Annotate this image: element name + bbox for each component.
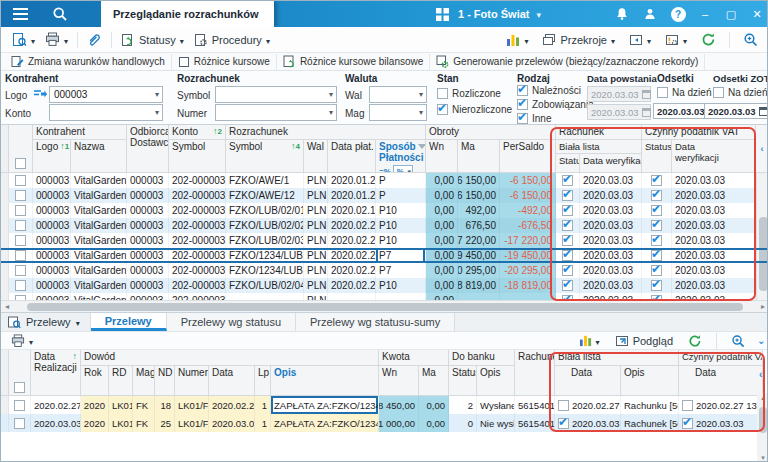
settlement-row[interactable]: 000003 VitalGarden 000003 202-000003 FZK… — [1, 173, 768, 188]
settlement-row[interactable]: 000003 VitalGarden 000003 202-000003 FZK… — [1, 278, 768, 293]
cell-sposob-platnosci[interactable]: P10 — [376, 278, 426, 293]
column-header-wn[interactable]: Wn — [379, 366, 419, 396]
vertical-scrollbar[interactable] — [756, 173, 768, 300]
settlement-row[interactable]: 000003 VitalGarden 000003 202-000003 FZK… — [1, 233, 768, 248]
bl-status-checkbox[interactable] — [562, 220, 573, 231]
column-header-bl-opis[interactable]: Opis — [621, 366, 679, 396]
cell-bl-opis[interactable]: Rachunku [561 — [621, 396, 679, 414]
column-header-vat-data[interactable]: Data — [679, 366, 763, 396]
cell-bl-data[interactable]: 2020.03.03 — [580, 293, 642, 300]
wal-combo[interactable] — [369, 86, 427, 103]
cell-wal[interactable]: PLN — [304, 278, 328, 293]
cell-vat-data[interactable]: 2020.03.03 — [672, 173, 756, 188]
row-checkbox[interactable] — [15, 205, 26, 216]
nierozliczone-checkbox[interactable]: Nierozliczone — [437, 104, 512, 115]
cell-rozrachunek-symbol[interactable]: FZKO/AWE/12 — [226, 188, 304, 203]
cell-wal[interactable]: PLN — [304, 293, 328, 300]
panel-left-button[interactable] — [624, 31, 656, 49]
tab-przelewy-wg-statusu[interactable]: Przelewy wg statusu — [167, 313, 296, 331]
cell-rachunek[interactable]: 56154011 — [515, 414, 555, 432]
scroll-up-arrow[interactable]: ▴ — [757, 394, 768, 402]
collapse-chevron-icon[interactable]: ‹ — [761, 144, 764, 154]
cell-mag[interactable]: FK — [133, 396, 155, 414]
cell-wn[interactable]: 18 450,00 — [379, 396, 419, 414]
cell-konto-symbol[interactable]: 202-000003 — [169, 248, 226, 263]
settlement-row[interactable]: 000003 VitalGarden 000003 202-000003 FZK… — [1, 188, 768, 203]
cell-data-plat[interactable]: 2020.02.17 — [328, 203, 376, 218]
help-icon[interactable] — [665, 1, 691, 27]
cell-vat-data[interactable]: 2020.03.03 — [672, 263, 756, 278]
cell-data-plat[interactable] — [328, 293, 376, 300]
cell-wal[interactable]: PLN — [304, 263, 328, 278]
cell-wal[interactable]: PLN — [304, 203, 328, 218]
cell-wn[interactable]: 0,00 — [426, 218, 458, 233]
cell-data[interactable]: 2020.02.27 — [209, 396, 255, 414]
cell-ma[interactable]: 17 220,00 — [458, 233, 500, 248]
menu-icon[interactable] — [7, 1, 33, 27]
inne-checkbox[interactable]: Inne — [517, 113, 551, 124]
preview-button[interactable] — [7, 30, 40, 49]
cell-data-realizacji[interactable]: 2020.02.27 — [31, 396, 81, 414]
cell-logo[interactable]: 000003 — [33, 248, 71, 263]
cell-data-plat[interactable]: 2020.02.29 — [328, 278, 376, 293]
cell-numer[interactable]: LK01/F — [175, 396, 209, 414]
cell-bl-data[interactable]: 2020.03.03 — [580, 248, 642, 263]
cell-konto-symbol[interactable]: 202-000003 — [169, 188, 226, 203]
cell-sposob-platnosci[interactable]: P7 — [376, 263, 426, 278]
cell-bl-data[interactable]: 2020.02.27 — [555, 396, 621, 414]
select-all-checkbox[interactable] — [14, 382, 25, 393]
cell-ma[interactable]: 20 295,00 — [458, 263, 500, 278]
cell-nazwa[interactable]: VitalGarden — [71, 218, 127, 233]
attachment-button[interactable] — [82, 30, 107, 49]
zotp-na-dzien-checkbox[interactable]: Na dzień — [713, 87, 767, 98]
cell-odbiorca-dostawca[interactable]: 000003 — [127, 263, 169, 278]
row-checkbox[interactable] — [15, 265, 26, 276]
cell-rd[interactable]: LK01 — [109, 414, 133, 432]
settlement-row[interactable]: 000003 VitalGarden 000003 202-000003 FZK… — [1, 248, 768, 263]
cell-ma[interactable]: 6 150,00 — [458, 188, 500, 203]
row-checkbox[interactable] — [14, 400, 25, 411]
statuses-button[interactable]: Statusy — [116, 31, 189, 49]
cell-bl-status[interactable] — [556, 248, 580, 263]
vat-status-checkbox[interactable] — [651, 235, 662, 246]
cell-wal[interactable]: PLN — [304, 248, 328, 263]
sort-icon[interactable]: 2 — [213, 126, 222, 136]
cell-vat-data[interactable]: 2020.03.03 — [672, 203, 756, 218]
cell-data-plat[interactable]: 2020.02.24 — [328, 233, 376, 248]
cell-sposob-platnosci[interactable]: P10 — [376, 218, 426, 233]
search-icon[interactable] — [47, 1, 73, 27]
bl-checkbox[interactable] — [558, 418, 569, 429]
cell-wn[interactable]: 0,00 — [426, 248, 458, 263]
column-header-lp[interactable]: Lp — [255, 366, 271, 396]
symbol-combo[interactable] — [215, 86, 337, 103]
filter-funnel-icon[interactable] — [418, 144, 426, 149]
cell-bl-status[interactable] — [556, 188, 580, 203]
vat-checkbox[interactable] — [682, 400, 693, 411]
cell-konto-symbol[interactable]: 202-000003 — [169, 278, 226, 293]
cell-mag[interactable]: FK — [133, 414, 155, 432]
select-all-cell[interactable] — [9, 125, 33, 173]
row-select-cell[interactable] — [9, 173, 33, 188]
row-select-cell[interactable] — [9, 188, 33, 203]
cell-data-plat[interactable]: 2020.01.23 — [328, 173, 376, 188]
bl-status-checkbox[interactable] — [562, 205, 573, 216]
cell-vat-data[interactable]: 2020.03.03 — [672, 188, 756, 203]
cell-opis[interactable]: ZAPŁATA ZA:FZKO/1234/LUB/1 — [271, 414, 379, 432]
scrollbar-thumb[interactable] — [759, 407, 767, 433]
mag-combo[interactable] — [369, 104, 427, 121]
row-checkbox[interactable] — [15, 175, 26, 186]
cell-rok[interactable]: 2020 — [81, 396, 109, 414]
column-header-rd[interactable]: RD — [109, 366, 133, 396]
column-header-vat-data-weryfikacji[interactable]: Dataweryfikacji — [672, 140, 756, 173]
vat-status-checkbox[interactable] — [651, 175, 662, 186]
vat-status-checkbox[interactable] — [651, 220, 662, 231]
cell-konto-symbol[interactable]: 202-000003 — [169, 203, 226, 218]
cell-logo[interactable]: 000003 — [33, 278, 71, 293]
row-checkbox[interactable] — [15, 235, 26, 246]
column-header-data-realizacji[interactable]: Data Realizacji — [31, 350, 81, 396]
column-header-konto-symbol[interactable]: Symbol — [169, 140, 226, 173]
cell-nd[interactable]: 18 — [155, 396, 175, 414]
cell-wn[interactable]: 0,00 — [426, 293, 458, 300]
scroll-left-arrow[interactable]: ◂ — [1, 302, 13, 311]
cell-persaldo[interactable]: -6 150,00 — [500, 173, 556, 188]
